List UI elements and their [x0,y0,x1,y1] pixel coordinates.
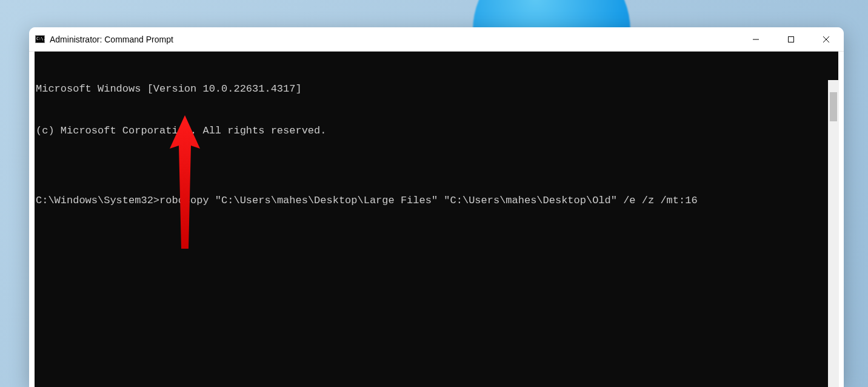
command-prompt-window: C:\. Administrator: Command Prompt Micro… [29,27,844,387]
maximize-icon [787,36,795,43]
titlebar[interactable]: C:\. Administrator: Command Prompt [29,27,844,52]
close-icon [823,36,830,43]
svg-rect-1 [789,37,794,42]
terminal-prompt: C:\Windows\System32> [36,195,159,206]
terminal-output-line: Microsoft Windows [Version 10.0.22631.43… [36,82,837,96]
scrollbar-track[interactable] [828,80,839,387]
scrollbar-thumb[interactable] [830,92,837,121]
terminal-output-line: (c) Microsoft Corporation. All rights re… [36,124,837,138]
window-title: Administrator: Command Prompt [50,35,173,44]
maximize-button[interactable] [773,27,809,52]
close-button[interactable] [809,27,844,52]
minimize-button[interactable] [738,27,773,52]
cmd-icon: C:\. [35,35,45,44]
minimize-icon [752,36,760,43]
terminal-command-input[interactable]: robocopy "C:\Users\mahes\Desktop\Large F… [159,195,698,206]
terminal-prompt-line: C:\Windows\System32>robocopy "C:\Users\m… [36,194,837,207]
window-controls [738,27,844,52]
terminal-area[interactable]: Microsoft Windows [Version 10.0.22631.43… [35,52,838,387]
